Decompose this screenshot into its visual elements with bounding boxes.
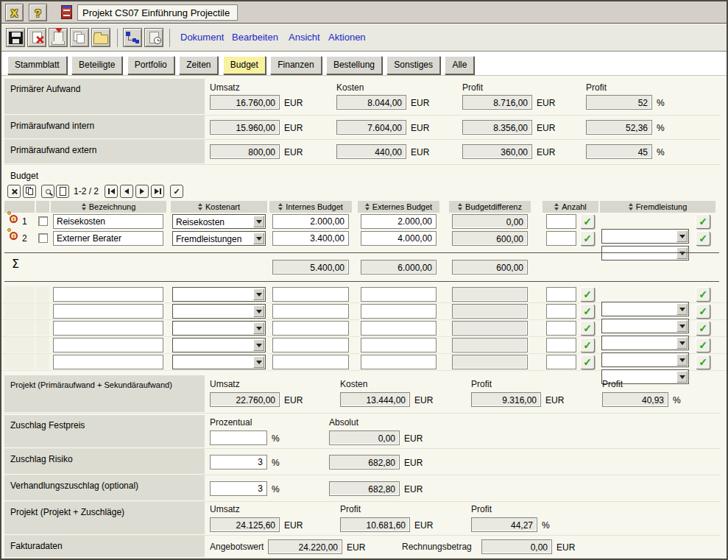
row-checkbox[interactable] bbox=[38, 216, 48, 226]
menu-bearbeiten[interactable]: Bearbeiten bbox=[232, 32, 278, 43]
kosten-field: 8.044,00 bbox=[336, 95, 406, 110]
help-button[interactable]: ? bbox=[29, 4, 47, 21]
check-icon: ✓ bbox=[583, 322, 592, 334]
internes-budget-input[interactable] bbox=[272, 214, 349, 229]
internes-budget-input[interactable] bbox=[272, 304, 349, 319]
apply-fremdleistung-button[interactable]: ✓ bbox=[696, 355, 710, 369]
row-checkbox[interactable] bbox=[38, 233, 48, 243]
project-title-input[interactable] bbox=[77, 4, 238, 21]
apply-fremdleistung-button[interactable]: ✓ bbox=[696, 321, 710, 336]
apply-fremdleistung-button[interactable]: ✓ bbox=[696, 231, 710, 246]
anzahl-input[interactable] bbox=[546, 231, 576, 246]
bezeichnung-input[interactable] bbox=[53, 304, 163, 319]
apply-anzahl-button[interactable]: ✓ bbox=[580, 214, 595, 229]
kostenart-select[interactable] bbox=[172, 321, 266, 336]
externes-budget-input[interactable] bbox=[361, 304, 437, 319]
budget-empty-row: ✓ ✓ bbox=[1, 337, 727, 354]
import-button[interactable] bbox=[49, 28, 68, 47]
history-button[interactable] bbox=[144, 28, 163, 47]
confirm-button[interactable]: ✓ bbox=[170, 185, 183, 198]
anzahl-input[interactable] bbox=[546, 287, 576, 302]
apply-fremdleistung-button[interactable]: ✓ bbox=[696, 287, 710, 302]
externes-budget-input[interactable] bbox=[361, 287, 437, 302]
kostenart-select[interactable] bbox=[172, 355, 266, 369]
menu-dokument[interactable]: Dokument bbox=[180, 32, 224, 43]
externes-budget-input[interactable] bbox=[361, 321, 437, 336]
search-button[interactable] bbox=[41, 185, 54, 198]
first-page-button[interactable] bbox=[105, 185, 118, 198]
new-entry-button[interactable] bbox=[56, 185, 69, 198]
anzahl-input[interactable] bbox=[546, 338, 576, 352]
apply-fremdleistung-button[interactable]: ✓ bbox=[696, 304, 710, 319]
delete-button[interactable] bbox=[27, 28, 46, 47]
tab-budget[interactable]: Budget bbox=[223, 56, 266, 74]
kostenart-select[interactable] bbox=[172, 287, 266, 302]
kostenart-select[interactable] bbox=[172, 304, 266, 319]
last-page-button[interactable] bbox=[151, 185, 164, 198]
tab-beteiligte[interactable]: Beteiligte bbox=[71, 56, 122, 74]
menu-ansicht[interactable]: Ansicht bbox=[289, 32, 320, 43]
prev-page-button[interactable] bbox=[120, 185, 133, 198]
apply-anzahl-button[interactable]: ✓ bbox=[580, 355, 595, 369]
tab-stammblatt[interactable]: Stammblatt bbox=[7, 56, 67, 74]
pct-unit: % bbox=[272, 430, 280, 444]
bezeichnung-input[interactable] bbox=[53, 214, 163, 229]
kostenart-select[interactable]: Fremdleistungen bbox=[172, 231, 266, 246]
header-fremdleistung[interactable]: Fremdleistung bbox=[600, 201, 715, 213]
anzahl-input[interactable] bbox=[546, 304, 576, 319]
anzahl-input[interactable] bbox=[546, 214, 576, 229]
bezeichnung-input[interactable] bbox=[53, 321, 163, 336]
bezeichnung-input[interactable] bbox=[53, 287, 163, 302]
kostenart-select[interactable] bbox=[172, 338, 266, 352]
apply-anzahl-button[interactable]: ✓ bbox=[580, 304, 595, 319]
toolbar-separator bbox=[169, 29, 170, 47]
prozent-input[interactable] bbox=[210, 481, 267, 496]
header-budgetdifferenz[interactable]: Budgetdifferenz bbox=[449, 201, 531, 213]
bezeichnung-input[interactable] bbox=[53, 355, 163, 369]
anzahl-input[interactable] bbox=[546, 355, 576, 369]
kostenart-select[interactable]: Reisekosten bbox=[172, 214, 266, 229]
apply-fremdleistung-button[interactable]: ✓ bbox=[696, 338, 710, 352]
tab-zeiten[interactable]: Zeiten bbox=[179, 56, 218, 74]
tab-sonstiges[interactable]: Sonstiges bbox=[386, 56, 440, 74]
prozent-input[interactable] bbox=[210, 455, 267, 469]
apply-anzahl-button[interactable]: ✓ bbox=[580, 287, 595, 302]
tab-bestellung[interactable]: Bestellung bbox=[326, 56, 382, 74]
close-button[interactable]: X bbox=[5, 4, 24, 21]
externes-budget-input[interactable] bbox=[361, 355, 437, 369]
row-label: Projekt (Primäraufwand + Sekundäraufwand… bbox=[4, 375, 205, 412]
externes-budget-input[interactable] bbox=[361, 231, 437, 246]
internes-budget-input[interactable] bbox=[272, 321, 349, 336]
folder-icon bbox=[93, 35, 108, 44]
apply-fremdleistung-button[interactable]: ✓ bbox=[696, 214, 710, 229]
deselect-button[interactable] bbox=[7, 185, 21, 198]
bezeichnung-input[interactable] bbox=[53, 338, 163, 352]
tab-portfolio[interactable]: Portfolio bbox=[127, 56, 174, 74]
header-kostenart[interactable]: Kostenart bbox=[171, 201, 267, 213]
duplicate-button[interactable] bbox=[23, 185, 36, 198]
open-button[interactable] bbox=[91, 28, 110, 47]
internes-budget-input[interactable] bbox=[272, 355, 349, 369]
prozent-input[interactable] bbox=[210, 430, 267, 445]
copy-button[interactable] bbox=[70, 28, 89, 47]
header-internes-budget[interactable]: Internes Budget bbox=[269, 201, 352, 213]
anzahl-input[interactable] bbox=[546, 321, 576, 336]
externes-budget-input[interactable] bbox=[361, 214, 437, 229]
tab-finanzen[interactable]: Finanzen bbox=[270, 56, 321, 74]
internes-budget-input[interactable] bbox=[272, 287, 349, 302]
header-anzahl[interactable]: Anzahl bbox=[543, 201, 598, 213]
bezeichnung-input[interactable] bbox=[53, 231, 163, 246]
header-bezeichnung[interactable]: Bezeichnung bbox=[51, 201, 166, 213]
apply-anzahl-button[interactable]: ✓ bbox=[580, 321, 595, 336]
apply-anzahl-button[interactable]: ✓ bbox=[580, 231, 595, 246]
menu-aktionen[interactable]: Aktionen bbox=[328, 32, 366, 43]
next-page-button[interactable] bbox=[135, 185, 149, 198]
internes-budget-input[interactable] bbox=[272, 231, 349, 246]
apply-anzahl-button[interactable]: ✓ bbox=[580, 338, 595, 352]
workflow-button[interactable] bbox=[123, 28, 142, 47]
header-externes-budget[interactable]: Externes Budget bbox=[358, 201, 439, 213]
externes-budget-input[interactable] bbox=[361, 338, 437, 352]
internes-budget-input[interactable] bbox=[272, 338, 349, 352]
save-button[interactable] bbox=[6, 28, 25, 47]
tab-alle[interactable]: Alle bbox=[445, 56, 474, 74]
